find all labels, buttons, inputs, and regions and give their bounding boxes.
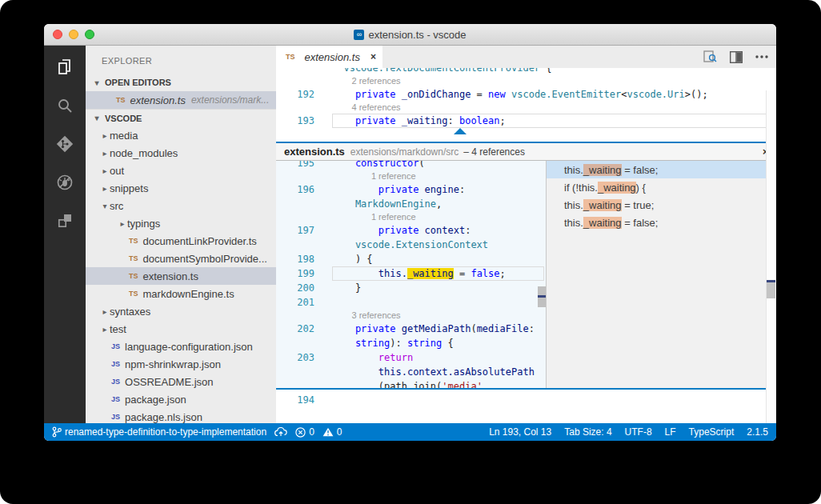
- tree-file-row[interactable]: TSmarkdownEngine.ts: [86, 285, 276, 302]
- tree-file-row[interactable]: JSpackage.json: [86, 390, 276, 408]
- typescript-file-icon: TS: [116, 96, 126, 104]
- tree-file-row[interactable]: TSextension.ts: [86, 267, 276, 285]
- typescript-file-icon: TS: [129, 254, 138, 262]
- status-item[interactable]: LF: [665, 426, 676, 438]
- split-editor-icon[interactable]: [730, 51, 743, 63]
- status-item[interactable]: UTF-8: [625, 426, 652, 438]
- code-line[interactable]: MarkdownEngine,: [276, 197, 546, 211]
- code-token: 'media': [442, 381, 483, 388]
- code-line[interactable]: 192private _onDidChange = new vscode.Eve…: [276, 87, 776, 102]
- code-line[interactable]: 193private _waiting: boolean;: [276, 114, 776, 128]
- search-icon[interactable]: [54, 95, 75, 116]
- codelens-row[interactable]: 1 reference: [276, 170, 546, 182]
- codelens-label[interactable]: 3 references: [332, 310, 401, 322]
- status-item[interactable]: Ln 193, Col 13: [489, 426, 551, 438]
- close-window-button[interactable]: [53, 30, 62, 39]
- codelens-row[interactable]: 4 references: [276, 102, 776, 114]
- minimize-window-button[interactable]: [69, 30, 78, 39]
- code-line[interactable]: this.context.asAbsolutePath: [276, 365, 546, 379]
- tree-folder-row[interactable]: ▾src: [86, 197, 276, 214]
- source-control-icon[interactable]: [54, 134, 75, 154]
- status-item[interactable]: 2.1.5: [747, 426, 768, 438]
- code-token: {: [540, 68, 551, 74]
- codelens-label[interactable]: 1 reference: [332, 211, 416, 223]
- status-item[interactable]: TypeScript: [689, 426, 735, 438]
- reference-item[interactable]: if (!this._waiting) {: [547, 178, 776, 196]
- code-line[interactable]: 198) {: [276, 252, 546, 266]
- folder-label: snippets: [110, 182, 148, 194]
- tab-close-icon[interactable]: ×: [370, 51, 376, 62]
- tree-folder-row[interactable]: ▸media: [86, 126, 276, 144]
- line-number: [276, 197, 314, 211]
- tree-folder-row[interactable]: ▸node_modules: [86, 144, 276, 162]
- status-item[interactable]: Tab Size: 4: [564, 426, 611, 438]
- codelens-row[interactable]: 1 reference: [276, 211, 546, 223]
- code-line[interactable]: 201: [276, 295, 546, 310]
- code-line[interactable]: 197private context:: [276, 223, 546, 238]
- tree-file-row[interactable]: JSOSSREADME.json: [86, 373, 276, 390]
- zoom-window-button[interactable]: [85, 30, 94, 39]
- open-editors-header[interactable]: ▾ OPEN EDITORS: [86, 74, 276, 91]
- code-line[interactable]: 203return: [276, 350, 546, 365]
- reference-item[interactable]: this._waiting = true;: [547, 196, 776, 214]
- peek-references-list: this._waiting = false;if (!this._waiting…: [547, 161, 776, 388]
- open-editor-item[interactable]: TSextension.tsextensions/mark...: [86, 91, 276, 109]
- gutter: [276, 310, 314, 322]
- editor-scrollbar-lane[interactable]: [766, 90, 776, 423]
- activity-bar: [44, 46, 86, 423]
- code-line[interactable]: 195constructor(: [276, 161, 546, 170]
- reference-item[interactable]: this._waiting = false;: [547, 161, 776, 178]
- codelens-row[interactable]: 3 references: [276, 310, 546, 322]
- warning-count[interactable]: 0: [322, 426, 342, 438]
- code-line[interactable]: 194: [276, 393, 776, 407]
- tree-file-row[interactable]: TSdocumentSymbolProvide...: [86, 250, 276, 267]
- code-line[interactable]: 200}: [276, 281, 546, 295]
- code-token: constructor: [355, 161, 419, 169]
- open-preview-icon[interactable]: [703, 50, 717, 63]
- sidebar-title: EXPLORER: [86, 46, 276, 74]
- codelens-label[interactable]: 1 reference: [332, 170, 416, 182]
- explorer-icon[interactable]: [54, 57, 75, 78]
- section-twisty-icon: ▾: [92, 114, 102, 122]
- more-actions-icon[interactable]: [755, 55, 768, 58]
- code-line[interactable]: 202private getMediaPath(mediaFile:: [276, 322, 546, 336]
- editor-content[interactable]: vscode.TextDocumentContentProvider {2 re…: [276, 68, 776, 423]
- peek-code-pane[interactable]: 195constructor(1 reference196private eng…: [276, 161, 547, 388]
- editor-scrollbar-thumb[interactable]: [767, 280, 775, 298]
- codelens-label[interactable]: 2 references: [332, 75, 401, 87]
- code-line[interactable]: string): string {: [276, 336, 546, 350]
- tree-file-row[interactable]: TSdocumentLinkProvider.ts: [86, 232, 276, 250]
- code-text: ) {: [332, 252, 373, 266]
- error-count[interactable]: 0: [295, 426, 314, 438]
- code-token: _waiting: [407, 268, 454, 279]
- tree-folder-row[interactable]: ▸typings: [86, 214, 276, 232]
- tree-folder-row[interactable]: ▸test: [86, 320, 276, 338]
- twisty-collapsed-icon: ▸: [100, 307, 110, 316]
- tree-file-row[interactable]: JSpackage.nls.json: [86, 408, 276, 423]
- code-token: string: [407, 338, 442, 349]
- javascript-file-icon: JS: [111, 342, 120, 350]
- folder-label: src: [110, 200, 123, 212]
- code-line[interactable]: 199this._waiting = false;: [276, 266, 546, 281]
- codelens-label[interactable]: 4 references: [332, 102, 401, 114]
- tree-folder-row[interactable]: ▸out: [86, 162, 276, 179]
- extensions-icon[interactable]: [54, 210, 75, 231]
- code-line[interactable]: 196private engine:: [276, 182, 546, 197]
- sync-changes-button[interactable]: [274, 427, 287, 437]
- tree-file-row[interactable]: JSlanguage-configuration.json: [86, 338, 276, 355]
- code-line[interactable]: vscode.ExtensionContext: [276, 238, 546, 252]
- tree-folder-row[interactable]: ▸snippets: [86, 179, 276, 197]
- git-branch-indicator[interactable]: renamed-type-definition-to-type-implemen…: [52, 426, 266, 438]
- reference-item[interactable]: this._waiting = false;: [547, 214, 776, 231]
- code-token: getMediaPath: [402, 323, 471, 334]
- codelens-row[interactable]: 2 references: [276, 75, 776, 87]
- tree-folder-row[interactable]: ▸syntaxes: [86, 302, 276, 320]
- peek-scrollbar-thumb[interactable]: [538, 286, 546, 307]
- tab-extension-ts[interactable]: TS extension.ts ×: [276, 46, 382, 68]
- code-line[interactable]: vscode.TextDocumentContentProvider {: [276, 68, 776, 75]
- debug-disabled-icon[interactable]: [54, 172, 75, 193]
- tree-file-row[interactable]: JSnpm-shrinkwrap.json: [86, 355, 276, 373]
- folder-section-header[interactable]: ▾ VSCODE: [86, 109, 276, 126]
- reference-text: = false;: [622, 217, 659, 229]
- code-line[interactable]: (path.join('media': [276, 379, 546, 388]
